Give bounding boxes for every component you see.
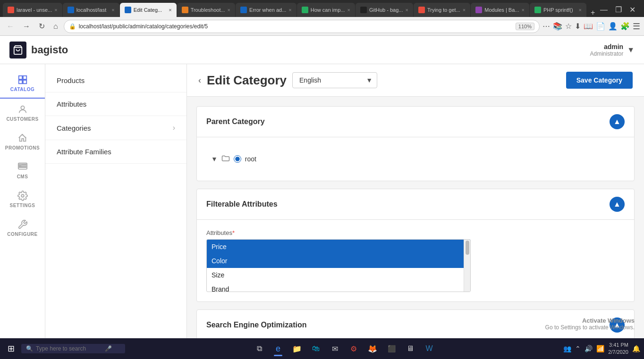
- seo-collapse-button[interactable]: ▲: [610, 317, 625, 333]
- tab-label-4: Troubleshoot...: [191, 7, 225, 13]
- browser-tab-5[interactable]: Error when ad... ×: [236, 3, 297, 17]
- sidebar-item-promotions[interactable]: PROMOTIONS: [0, 127, 45, 156]
- listbox-scrollbar[interactable]: [464, 240, 470, 292]
- browser-tab-1[interactable]: laravel - unse... ×: [3, 3, 62, 17]
- taskbar-app-firefox[interactable]: 🦊: [364, 340, 381, 357]
- sidebar-item-categories[interactable]: Categories ›: [45, 116, 186, 140]
- tab-close-3[interactable]: ×: [169, 7, 171, 13]
- taskbar-search[interactable]: 🔍 🎤: [21, 344, 125, 353]
- filterable-attributes-collapse-button[interactable]: ▲: [610, 197, 625, 212]
- taskbar-clock[interactable]: 3:41 PM 2/7/2020: [608, 342, 628, 356]
- browser-tab-3[interactable]: Edit Categ... ×: [120, 3, 177, 17]
- tab-label-10: PHP sprintf(): [543, 7, 576, 13]
- sidebar-item-catalog[interactable]: CATALOG: [0, 69, 45, 99]
- back-button[interactable]: ‹: [198, 75, 201, 85]
- browser-tab-9[interactable]: Modules | Ba... ×: [471, 3, 529, 17]
- taskbar-app-word[interactable]: W: [421, 340, 438, 357]
- attr-option-brand[interactable]: Brand: [207, 282, 470, 292]
- tab-close-1[interactable]: ×: [54, 7, 57, 13]
- chevron-up-taskbar-icon[interactable]: ⌃: [575, 345, 581, 352]
- wifi-icon[interactable]: 📶: [596, 345, 604, 352]
- new-tab-button[interactable]: +: [587, 8, 599, 17]
- sidebar-item-attributes[interactable]: Attributes: [45, 92, 186, 116]
- sidebar-item-settings[interactable]: SETTINGS: [0, 185, 45, 214]
- tab-close-9[interactable]: ×: [521, 7, 524, 13]
- attr-option-price[interactable]: Price: [207, 240, 470, 254]
- main-area: CATALOG CUSTOMERS PROMOTIONS CMS: [0, 64, 644, 338]
- more-options-icon[interactable]: ⋯: [542, 22, 550, 31]
- browser-tab-10[interactable]: PHP sprintf() ×: [530, 3, 586, 17]
- tree-arrow-icon[interactable]: ▼: [211, 155, 218, 163]
- browser-tab-6[interactable]: How can imp... ×: [297, 3, 355, 17]
- tab-close-2[interactable]: ×: [111, 7, 114, 13]
- sidebar-item-customers[interactable]: CUSTOMERS: [0, 99, 45, 127]
- edge-icon: e: [276, 344, 280, 354]
- bookmark-icon[interactable]: ☆: [565, 22, 572, 31]
- svg-point-9: [21, 194, 24, 197]
- parent-category-body: ▼ root: [197, 137, 634, 181]
- header-right: admin Administrator ▼: [590, 43, 635, 57]
- tab-close-4[interactable]: ×: [228, 7, 230, 13]
- root-radio-input[interactable]: [234, 155, 241, 163]
- taskbar-date: 2/7/2020: [608, 349, 628, 356]
- tab-close-10[interactable]: ×: [578, 7, 581, 13]
- taskbar-app-network[interactable]: 🖥: [402, 340, 419, 357]
- attr-option-size[interactable]: Size: [207, 268, 470, 282]
- svg-rect-8: [19, 167, 26, 167]
- save-category-button[interactable]: Save Category: [566, 72, 633, 89]
- sidebar-item-configure[interactable]: CONFIGURE: [0, 214, 45, 242]
- back-navigation-button[interactable]: ←: [4, 21, 17, 32]
- chevron-up-icon-2: ▲: [613, 200, 621, 209]
- browser-tab-8[interactable]: Trying to get... ×: [414, 3, 470, 17]
- notification-icon[interactable]: 🔔: [632, 345, 640, 352]
- browser-menu-icon[interactable]: ☰: [633, 21, 640, 32]
- catalog-icon: [17, 75, 28, 85]
- speaker-icon[interactable]: 🔊: [585, 345, 593, 352]
- security-lock-icon: 🔒: [69, 23, 76, 30]
- tab-close-7[interactable]: ×: [405, 7, 408, 13]
- store-icon: 🛍: [312, 344, 320, 353]
- close-window-button[interactable]: ✕: [629, 5, 636, 14]
- taskbar-app-store[interactable]: 🛍: [307, 340, 324, 357]
- tab-favicon-6: [302, 7, 308, 13]
- sidebar-item-products[interactable]: Products: [45, 69, 186, 92]
- reader-view-icon[interactable]: 📄: [596, 22, 605, 31]
- forward-navigation-button[interactable]: →: [20, 21, 33, 32]
- extensions-icon[interactable]: 🧩: [620, 22, 630, 31]
- maximize-button[interactable]: ❐: [615, 5, 622, 14]
- taskbar-app-task-view[interactable]: ⧉: [251, 340, 268, 357]
- filterable-attributes-body: Attributes* Price Color Size Brand: [197, 220, 634, 301]
- microphone-icon[interactable]: 🎤: [105, 345, 112, 352]
- tab-close-8[interactable]: ×: [463, 7, 466, 13]
- language-select[interactable]: English Arabic French: [292, 72, 377, 88]
- filterable-attributes-title: Filterable Attributes: [206, 200, 278, 209]
- browser-tab-4[interactable]: Troubleshoot... ×: [177, 3, 235, 17]
- tab-favicon-1: [8, 7, 14, 13]
- people-icon[interactable]: 👥: [563, 345, 571, 352]
- downloads-icon[interactable]: ⬇: [575, 22, 581, 31]
- reading-list-icon[interactable]: 📚: [553, 22, 562, 31]
- attr-option-color[interactable]: Color: [207, 254, 470, 268]
- minimize-button[interactable]: —: [600, 6, 608, 14]
- tab-close-6[interactable]: ×: [347, 7, 350, 13]
- tab-close-5[interactable]: ×: [288, 7, 291, 13]
- refresh-button[interactable]: ↻: [36, 21, 48, 32]
- taskbar-app-explorer[interactable]: 📁: [288, 340, 305, 357]
- taskbar-app-edge[interactable]: e: [270, 340, 287, 357]
- tab-favicon-3: [125, 7, 131, 13]
- browser-tab-7[interactable]: GitHub - bag... ×: [356, 3, 413, 17]
- parent-category-collapse-button[interactable]: ▲: [610, 114, 625, 129]
- start-button[interactable]: ⊞: [4, 342, 18, 356]
- taskbar-app-xampp[interactable]: ⚙: [345, 340, 362, 357]
- sidebar-item-cms[interactable]: CMS: [0, 156, 45, 185]
- admin-dropdown-arrow[interactable]: ▼: [627, 46, 635, 54]
- browser-tab-2[interactable]: localhost/last ×: [63, 3, 119, 17]
- taskbar-search-input[interactable]: [36, 345, 102, 352]
- sidebar-item-attribute-families[interactable]: Attribute Families: [45, 140, 186, 164]
- taskbar-app-mail[interactable]: ✉: [326, 340, 343, 357]
- profile-icon[interactable]: 👤: [608, 22, 618, 31]
- home-button[interactable]: ⌂: [51, 21, 61, 32]
- library-icon[interactable]: 📖: [584, 22, 593, 31]
- address-bar[interactable]: 🔒 localhost/last/public/admin/catalog/ca…: [64, 20, 540, 33]
- taskbar-app-terminal[interactable]: ⬛: [383, 340, 400, 357]
